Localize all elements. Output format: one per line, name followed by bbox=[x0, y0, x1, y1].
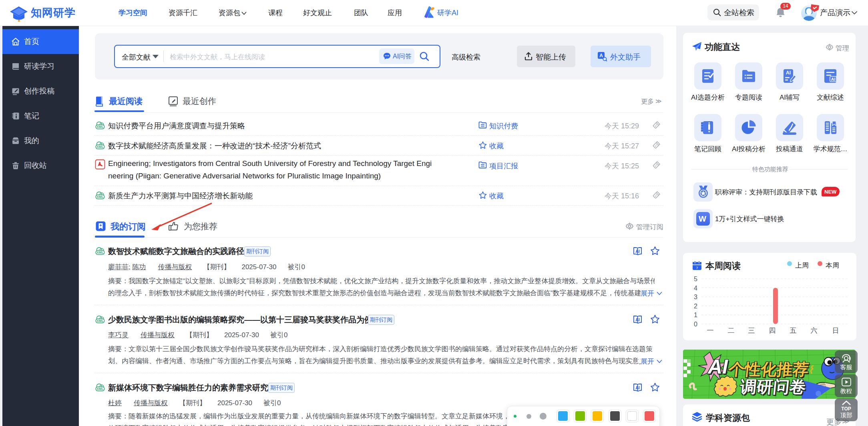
svg-text:六: 六 bbox=[811, 327, 818, 334]
svg-text:四: 四 bbox=[769, 327, 776, 334]
svg-text:五: 五 bbox=[790, 327, 797, 334]
svg-text:1: 1 bbox=[694, 312, 697, 318]
svg-text:XML: XML bbox=[96, 251, 103, 254]
svg-text:4: 4 bbox=[694, 285, 697, 292]
svg-text:XML: XML bbox=[96, 387, 103, 391]
svg-text:一: 一 bbox=[707, 327, 714, 334]
svg-text:AI: AI bbox=[635, 385, 640, 390]
svg-text:A: A bbox=[599, 53, 603, 58]
svg-text:3: 3 bbox=[694, 294, 697, 300]
svg-text:二: 二 bbox=[728, 327, 735, 334]
svg-text:7: 7 bbox=[696, 266, 698, 270]
svg-text:AI: AI bbox=[635, 249, 640, 254]
svg-text:XML: XML bbox=[96, 319, 103, 323]
svg-text:2: 2 bbox=[694, 303, 697, 310]
svg-text:日: 日 bbox=[832, 327, 839, 334]
svg-text:5: 5 bbox=[694, 276, 697, 282]
svg-text:XML: XML bbox=[96, 125, 103, 129]
svg-text:AI: AI bbox=[831, 77, 836, 82]
svg-text:AI: AI bbox=[635, 317, 640, 322]
svg-text:XML: XML bbox=[96, 195, 103, 199]
svg-text:三: 三 bbox=[748, 327, 755, 334]
svg-text:AI: AI bbox=[786, 70, 791, 76]
svg-text:XML: XML bbox=[96, 145, 103, 149]
svg-text:0: 0 bbox=[694, 321, 697, 328]
